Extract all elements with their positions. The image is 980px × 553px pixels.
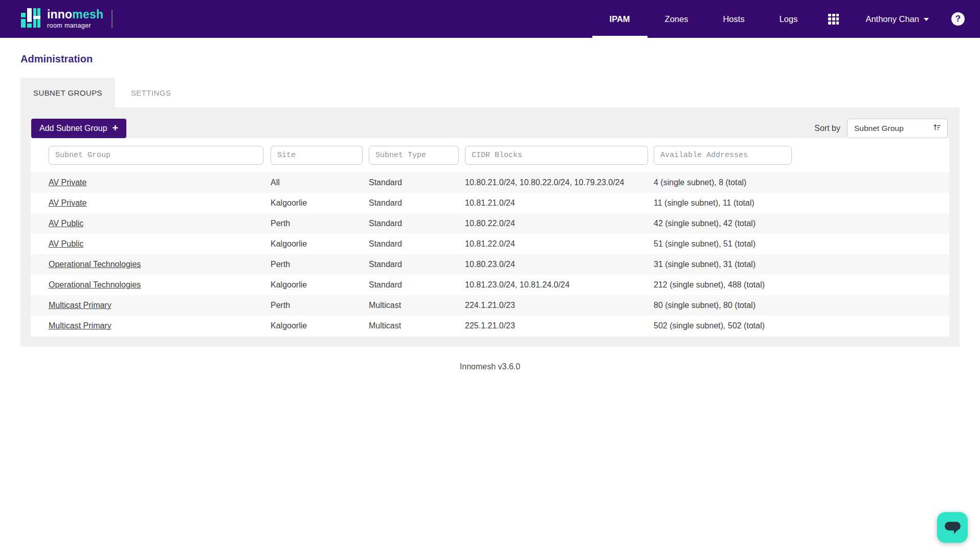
- chevron-down-icon: [924, 18, 929, 21]
- admin-tabs: SUBNET GROUPS SETTINGS: [20, 78, 187, 107]
- available-addresses-cell: 80 (single subnet), 80 (total): [654, 301, 949, 310]
- tab-label: SETTINGS: [131, 89, 171, 97]
- nav-link-label: Hosts: [723, 14, 744, 24]
- site-cell: Perth: [271, 260, 369, 269]
- cidr-blocks-cell: 225.1.21.0/23: [465, 321, 654, 330]
- app-version: Innomesh v3.6.0: [0, 362, 980, 371]
- nav-link-label: IPAM: [610, 14, 630, 24]
- nav-link[interactable]: Zones: [648, 0, 706, 38]
- cidr-blocks-cell: 10.81.22.0/24: [465, 239, 654, 249]
- sort-select[interactable]: Subnet Group: [847, 119, 948, 138]
- site-cell: Kalgoorlie: [271, 198, 369, 208]
- add-subnet-group-label: Add Subnet Group: [39, 124, 107, 133]
- subnet-type-cell: Standard: [369, 239, 465, 249]
- site-cell: Kalgoorlie: [271, 321, 369, 330]
- brand-name: innomesh: [47, 9, 103, 20]
- cidr-blocks-cell: 10.81.21.0/24: [465, 198, 654, 208]
- table-row: AV Public Kalgoorlie Standard 10.81.22.0…: [31, 234, 949, 254]
- chat-widget-button[interactable]: [937, 512, 968, 543]
- main-nav: IPAM Zones Hosts Logs: [592, 0, 815, 38]
- cidr-blocks-cell: 10.80.23.0/24: [465, 260, 654, 269]
- subnet-type-cell: Standard: [369, 260, 465, 269]
- brand-logo-icon: [20, 8, 41, 30]
- cidr-blocks-cell: 224.1.21.0/23: [465, 301, 654, 310]
- available-addresses-cell: 11 (single subnet), 11 (total): [654, 198, 949, 208]
- subnet-group-link[interactable]: Multicast Primary: [49, 301, 112, 309]
- page-title: Administration: [20, 53, 93, 65]
- table-row: AV Private All Standard 10.80.21.0/24, 1…: [31, 172, 949, 193]
- nav-link[interactable]: Hosts: [705, 0, 762, 38]
- plus-icon: +: [113, 123, 119, 133]
- navbar: innomesh room manager IPAM Zones Hosts L…: [0, 0, 980, 38]
- site-cell: All: [271, 178, 369, 187]
- subnet-group-link[interactable]: AV Private: [49, 198, 86, 207]
- chat-bubble-icon: [937, 512, 968, 544]
- sort-controls: Sort by Subnet Group: [814, 119, 948, 138]
- available-addresses-cell: 42 (single subnet), 42 (total): [654, 219, 949, 228]
- sort-ascending-icon: [932, 123, 942, 134]
- tab[interactable]: SETTINGS: [115, 78, 187, 107]
- filter-input[interactable]: [465, 146, 648, 165]
- nav-link[interactable]: Logs: [762, 0, 815, 38]
- brand-separator: [112, 10, 113, 28]
- apps-menu-button[interactable]: [815, 0, 852, 38]
- subnet-type-cell: Multicast: [369, 301, 465, 310]
- filter-row: [31, 138, 949, 172]
- table-row: Multicast Primary Perth Multicast 224.1.…: [31, 295, 949, 316]
- site-cell: Perth: [271, 301, 369, 310]
- available-addresses-cell: 51 (single subnet), 51 (total): [654, 239, 949, 249]
- add-subnet-group-button[interactable]: Add Subnet Group +: [31, 119, 126, 138]
- cidr-blocks-cell: 10.80.22.0/24: [465, 219, 654, 228]
- help-button[interactable]: ?: [942, 0, 971, 38]
- nav-link[interactable]: IPAM: [592, 0, 648, 38]
- site-cell: Kalgoorlie: [271, 280, 369, 290]
- sort-select-value: Subnet Group: [854, 124, 904, 133]
- filter-input[interactable]: [49, 146, 263, 165]
- subnet-type-cell: Standard: [369, 219, 465, 228]
- available-addresses-cell: 212 (single subnet), 488 (total): [654, 280, 949, 290]
- subnet-group-link[interactable]: Operational Technologies: [49, 280, 141, 289]
- available-addresses-cell: 31 (single subnet), 31 (total): [654, 260, 949, 269]
- site-cell: Kalgoorlie: [271, 239, 369, 249]
- sort-by-label: Sort by: [814, 124, 840, 133]
- table-row: AV Public Perth Standard 10.80.22.0/24 4…: [31, 213, 949, 234]
- cidr-blocks-cell: 10.80.21.0/24, 10.80.22.0/24, 10.79.23.0…: [465, 178, 654, 187]
- subnet-group-link[interactable]: AV Public: [49, 219, 83, 228]
- filter-input[interactable]: [654, 146, 792, 165]
- subnet-type-cell: Standard: [369, 280, 465, 290]
- cidr-blocks-cell: 10.81.23.0/24, 10.81.24.0/24: [465, 280, 654, 290]
- table-body: AV Private All Standard 10.80.21.0/24, 1…: [31, 172, 949, 336]
- user-name: Anthony Chan: [865, 14, 919, 24]
- available-addresses-cell: 502 (single subnet), 502 (total): [654, 321, 949, 330]
- subnet-type-cell: Standard: [369, 198, 465, 208]
- site-cell: Perth: [271, 219, 369, 228]
- brand-subtitle: room manager: [47, 23, 103, 29]
- filter-input[interactable]: [369, 146, 459, 165]
- subnet-group-link[interactable]: Operational Technologies: [49, 260, 141, 269]
- subnet-type-cell: Standard: [369, 178, 465, 187]
- subnet-groups-panel: Add Subnet Group + Sort by Subnet Group: [20, 107, 960, 347]
- table-row: Operational Technologies Kalgoorlie Stan…: [31, 275, 949, 295]
- user-menu-button[interactable]: Anthony Chan: [852, 0, 942, 38]
- subnet-groups-table: AV Private All Standard 10.80.21.0/24, 1…: [31, 138, 949, 337]
- subnet-type-cell: Multicast: [369, 321, 465, 330]
- table-row: AV Private Kalgoorlie Standard 10.81.21.…: [31, 193, 949, 213]
- brand[interactable]: innomesh room manager: [20, 0, 103, 38]
- tab-label: SUBNET GROUPS: [33, 89, 102, 97]
- available-addresses-cell: 4 (single subnet), 8 (total): [654, 178, 949, 187]
- subnet-group-link[interactable]: AV Private: [49, 178, 86, 187]
- subnet-group-link[interactable]: Multicast Primary: [49, 321, 112, 330]
- nav-link-label: Zones: [665, 14, 688, 24]
- grid-apps-icon: [828, 14, 839, 25]
- tab[interactable]: SUBNET GROUPS: [20, 78, 115, 107]
- question-mark-icon: ?: [951, 12, 965, 26]
- subnet-group-link[interactable]: AV Public: [49, 239, 83, 248]
- nav-link-label: Logs: [779, 14, 798, 24]
- filter-input[interactable]: [271, 146, 363, 165]
- table-row: Operational Technologies Perth Standard …: [31, 254, 949, 275]
- table-row: Multicast Primary Kalgoorlie Multicast 2…: [31, 316, 949, 336]
